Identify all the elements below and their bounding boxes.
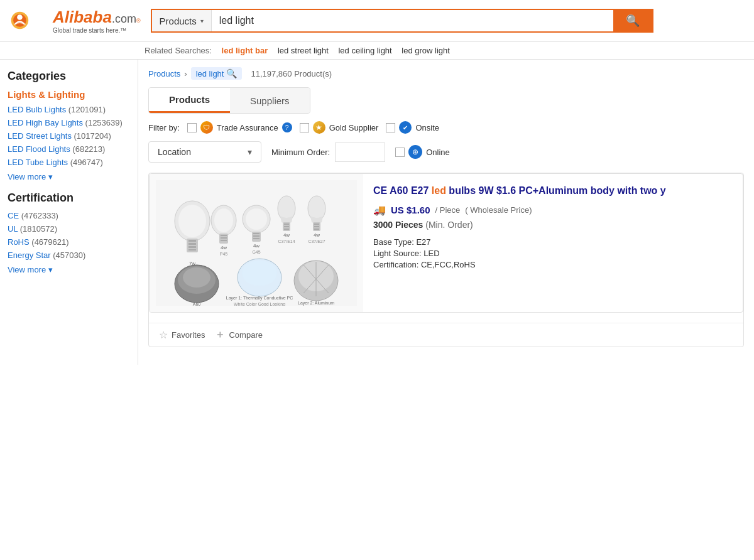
product-image: 7w A60 4w P45 <box>150 174 363 312</box>
svg-text:C37/E27: C37/E27 <box>308 239 325 244</box>
svg-rect-31 <box>284 223 289 225</box>
product-title-highlight: led <box>432 185 446 196</box>
sidebar-item-led-tube[interactable]: LED Tube Lights (496747) <box>8 158 130 167</box>
sidebar-item-led-street[interactable]: LED Street Lights (1017204) <box>8 131 130 141</box>
svg-rect-16 <box>221 235 227 236</box>
product-card-wrapper: 7w A60 4w P45 <box>148 173 744 347</box>
related-searches-label: Related Searches: <box>145 46 212 55</box>
chevron-down-icon: ▾ <box>48 172 53 181</box>
svg-text:White Color Good Looking: White Color Good Looking <box>234 302 285 306</box>
svg-point-5 <box>178 205 206 237</box>
sidebar-item-led-flood[interactable]: LED Flood Lights (682213) <box>8 144 130 154</box>
product-certification: Certification: CE,FCC,RoHS <box>373 260 733 269</box>
trade-assurance-help-icon[interactable]: ? <box>282 122 292 132</box>
lights-lighting-header[interactable]: Lights & Lighting <box>8 89 130 100</box>
filter-row-2: Location ▾ Minimum Order: ⊕ Online <box>148 141 744 163</box>
svg-point-14 <box>214 208 233 232</box>
logo-dot-com: .com <box>112 13 136 26</box>
certification-section-title: Certification <box>8 191 130 205</box>
min-order-input[interactable] <box>335 143 385 162</box>
search-category-dropdown[interactable]: Products ▾ <box>152 10 212 31</box>
search-input[interactable] <box>212 10 613 31</box>
light-source-label: Light Source: <box>373 249 422 258</box>
product-image-svg: 7w A60 4w P45 <box>156 180 357 306</box>
sidebar-item-led-bulb-count: (1201091) <box>68 105 106 114</box>
tab-products[interactable]: Products <box>149 88 230 113</box>
onsite-badge: ✔ <box>399 121 412 134</box>
sidebar-item-ul[interactable]: UL (1810572) <box>8 224 130 234</box>
search-category-label: Products <box>160 16 197 26</box>
trade-assurance-label: Trade Assurance <box>217 123 278 132</box>
svg-text:4w: 4w <box>221 245 227 250</box>
svg-point-29 <box>278 196 295 221</box>
tab-suppliers[interactable]: Suppliers <box>230 88 310 113</box>
sidebar-item-led-highbay[interactable]: LED High Bay Lights (1253639) <box>8 118 130 127</box>
svg-text:A60: A60 <box>193 302 201 306</box>
svg-rect-24 <box>253 233 260 234</box>
view-more-categories[interactable]: View more ▾ <box>8 172 130 181</box>
min-order-filter: Minimum Order: <box>271 143 385 162</box>
sidebar-item-energystar-label: Energy Star <box>8 250 53 260</box>
logo-alibaba-text: Alibaba <box>53 8 112 27</box>
svg-rect-7 <box>188 240 196 242</box>
onsite-filter[interactable]: ✔ Onsite <box>386 121 439 134</box>
search-button[interactable]: 🔍 <box>613 10 652 31</box>
location-dropdown[interactable]: Location ▾ <box>148 141 261 163</box>
svg-point-2 <box>17 14 23 20</box>
sidebar-item-rohs-label: RoHS <box>8 237 31 247</box>
favorites-label: Favorites <box>172 330 205 340</box>
gold-supplier-label: Gold Supplier <box>329 123 379 132</box>
product-min-order-qty: 3000 Pieces <box>373 220 423 230</box>
product-title-part1: CE A60 E27 <box>373 185 432 196</box>
shipping-icon: 🚚 <box>373 204 386 216</box>
svg-rect-33 <box>284 229 289 230</box>
categories-section-title: Categories <box>8 70 130 83</box>
star-icon: ☆ <box>159 329 168 341</box>
base-type-label: Base Type: <box>373 237 414 247</box>
product-base-type: Base Type: E27 <box>373 237 733 247</box>
sidebar-item-energystar[interactable]: Energy Star (457030) <box>8 250 130 260</box>
svg-text:C37/E14: C37/E14 <box>278 239 295 244</box>
location-label: Location <box>158 147 191 157</box>
gold-supplier-filter[interactable]: ★ Gold Supplier <box>300 121 379 134</box>
sidebar-item-led-flood-label: LED Flood Lights <box>8 144 72 154</box>
breadcrumb-current-label: led light <box>196 69 224 78</box>
sidebar-item-rohs[interactable]: RoHS (4679621) <box>8 237 130 247</box>
chevron-down-location-icon: ▾ <box>248 147 252 157</box>
favorites-button[interactable]: ☆ Favorites <box>159 329 205 341</box>
trade-assurance-checkbox[interactable] <box>187 123 197 132</box>
product-price-type: ( Wholesale Price) <box>465 205 532 215</box>
sidebar-item-led-tube-label: LED Tube Lights <box>8 158 70 167</box>
svg-point-45 <box>183 267 210 288</box>
product-title[interactable]: CE A60 E27 led bulbs 9W $1.6 PC+Aluminum… <box>373 184 733 198</box>
header: Alibaba.com® Global trade starts here.™ … <box>0 0 754 42</box>
sidebar: Categories Lights & Lighting LED Bulb Li… <box>0 60 138 365</box>
product-min-order-label: (Min. Order) <box>425 220 473 230</box>
onsite-checkbox[interactable] <box>386 123 395 132</box>
svg-text:4w: 4w <box>283 232 290 238</box>
sidebar-item-led-bulb[interactable]: LED Bulb Lights (1201091) <box>8 105 130 114</box>
svg-point-22 <box>246 208 267 230</box>
search-icon: 🔍 <box>226 68 237 78</box>
online-checkbox[interactable] <box>395 148 405 157</box>
trade-assurance-filter[interactable]: 🛡 Trade Assurance ? <box>187 121 292 134</box>
breadcrumb-current: led light 🔍 <box>191 67 243 80</box>
product-card: 7w A60 4w P45 <box>149 173 743 313</box>
sidebar-item-led-street-label: LED Street Lights <box>8 131 74 141</box>
related-search-led-grow-light[interactable]: led grow light <box>402 46 450 55</box>
related-search-led-street-light[interactable]: led street light <box>278 46 329 55</box>
online-filter[interactable]: ⊕ Online <box>395 145 450 159</box>
related-search-led-light-bar[interactable]: led light bar <box>222 46 268 55</box>
svg-rect-39 <box>314 226 319 227</box>
related-search-led-ceiling-light[interactable]: led ceiling light <box>338 46 391 55</box>
breadcrumb-products-link[interactable]: Products <box>148 69 180 78</box>
svg-rect-8 <box>188 243 196 245</box>
sidebar-item-ce[interactable]: CE (4762333) <box>8 211 130 220</box>
svg-rect-17 <box>221 237 227 239</box>
plus-icon: ＋ <box>215 328 225 342</box>
gold-supplier-checkbox[interactable] <box>300 123 309 132</box>
product-light-source: Light Source: LED <box>373 249 733 258</box>
compare-button[interactable]: ＋ Compare <box>215 328 262 342</box>
sidebar-item-led-highbay-label: LED High Bay Lights <box>8 118 85 127</box>
view-more-certifications[interactable]: View more ▾ <box>8 265 130 274</box>
